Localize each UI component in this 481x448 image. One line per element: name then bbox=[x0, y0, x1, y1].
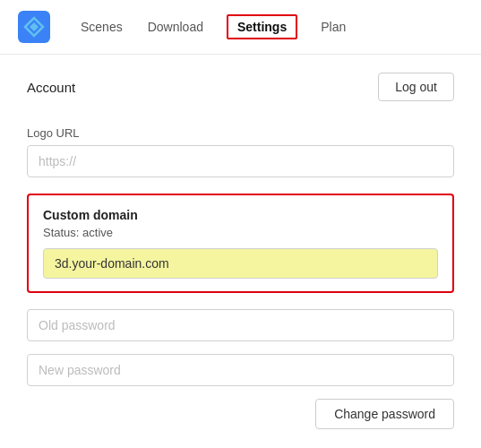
change-password-row: Change password bbox=[27, 399, 454, 429]
password-section: Change password bbox=[27, 309, 454, 429]
main-nav: Scenes Download Settings Plan bbox=[79, 14, 348, 39]
main-content: Account Log out Logo URL Custom domain S… bbox=[0, 55, 481, 447]
custom-domain-status: Status: active bbox=[43, 226, 438, 239]
nav-item-download[interactable]: Download bbox=[146, 16, 205, 38]
nav-item-settings[interactable]: Settings bbox=[227, 14, 297, 39]
logo-url-input[interactable] bbox=[27, 145, 454, 177]
nav-item-scenes[interactable]: Scenes bbox=[79, 16, 125, 38]
old-password-input[interactable] bbox=[27, 309, 454, 341]
old-password-row bbox=[27, 309, 454, 341]
header: Scenes Download Settings Plan bbox=[0, 0, 481, 55]
custom-domain-input[interactable] bbox=[43, 248, 438, 279]
new-password-row bbox=[27, 354, 454, 386]
logo-url-label: Logo URL bbox=[27, 126, 454, 140]
new-password-input[interactable] bbox=[27, 354, 454, 386]
account-label: Account bbox=[27, 80, 75, 95]
nav-item-plan[interactable]: Plan bbox=[319, 16, 348, 38]
change-password-button[interactable]: Change password bbox=[315, 399, 454, 429]
logout-button[interactable]: Log out bbox=[378, 73, 454, 101]
custom-domain-box: Custom domain Status: active bbox=[27, 194, 454, 293]
account-row: Account Log out bbox=[27, 73, 454, 101]
custom-domain-title: Custom domain bbox=[43, 208, 438, 222]
app-logo bbox=[18, 11, 50, 43]
logo-url-section: Logo URL bbox=[27, 126, 454, 177]
